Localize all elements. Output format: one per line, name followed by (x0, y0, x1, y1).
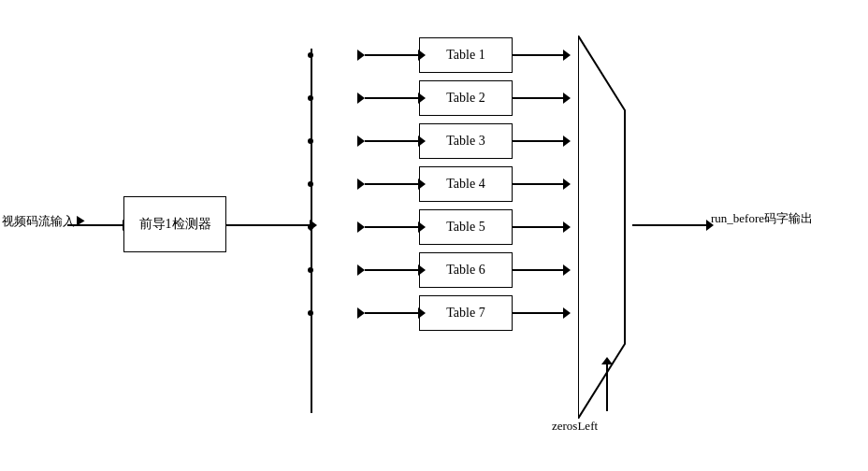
arrow-output (632, 224, 707, 226)
arrow-from-table-2 (513, 97, 564, 99)
table-row-6: Table 6 (365, 252, 564, 288)
vert-line-dot-6 (308, 267, 313, 273)
arrow-to-table-3 (365, 140, 419, 142)
arrow-to-table-1 (365, 54, 419, 56)
arrow-to-table-2 (365, 97, 419, 99)
arrow-from-table-5 (513, 226, 564, 228)
table-box-5: Table 5 (419, 209, 513, 245)
table-row-4: Table 4 (365, 166, 564, 202)
tables-container: Table 1Table 2Table 3Table 4Table 5Table… (365, 37, 564, 331)
table-box-7: Table 7 (419, 295, 513, 331)
arrow-to-table-4 (365, 183, 419, 185)
vert-line-dot-5 (308, 224, 313, 230)
arrow-from-table-1 (513, 54, 564, 56)
vert-line-dot-4 (308, 181, 313, 187)
vert-line-dot-2 (308, 95, 313, 101)
table-row-1: Table 1 (365, 37, 564, 73)
table-box-3: Table 3 (419, 123, 513, 159)
vert-line-dot-7 (308, 310, 313, 316)
vert-line-dot-3 (308, 138, 313, 144)
table-row-7: Table 7 (365, 295, 564, 331)
table-row-5: Table 5 (365, 209, 564, 245)
zeros-label: zerosLeft (552, 419, 598, 434)
vert-line-dot-1 (308, 52, 313, 58)
arrow-from-table-6 (513, 269, 564, 271)
table-row-3: Table 3 (365, 123, 564, 159)
arrow-input (67, 224, 123, 226)
input-label: 视频码流输入▶ (2, 213, 87, 230)
arrow-from-table-7 (513, 312, 564, 314)
arrow-to-table-7 (365, 312, 419, 314)
arrow-to-table-6 (365, 269, 419, 271)
arrow-to-table-5 (365, 226, 419, 228)
arrow-from-table-4 (513, 183, 564, 185)
table-box-6: Table 6 (419, 252, 513, 288)
distribution-line (311, 49, 312, 413)
table-box-4: Table 4 (419, 166, 513, 202)
detector-box: 前导1检测器 (123, 196, 226, 252)
output-label: run_before码字输出 (711, 210, 813, 227)
diagram: 视频码流输入▶ 前导1检测器 Table 1Table 2Table 3Tabl… (0, 0, 868, 471)
table-box-1: Table 1 (419, 37, 513, 73)
table-row-2: Table 2 (365, 80, 564, 116)
arrow-zeros-left (606, 364, 608, 411)
table-box-2: Table 2 (419, 80, 513, 116)
arrow-detector-to-mux (226, 224, 311, 226)
arrow-from-table-3 (513, 140, 564, 142)
